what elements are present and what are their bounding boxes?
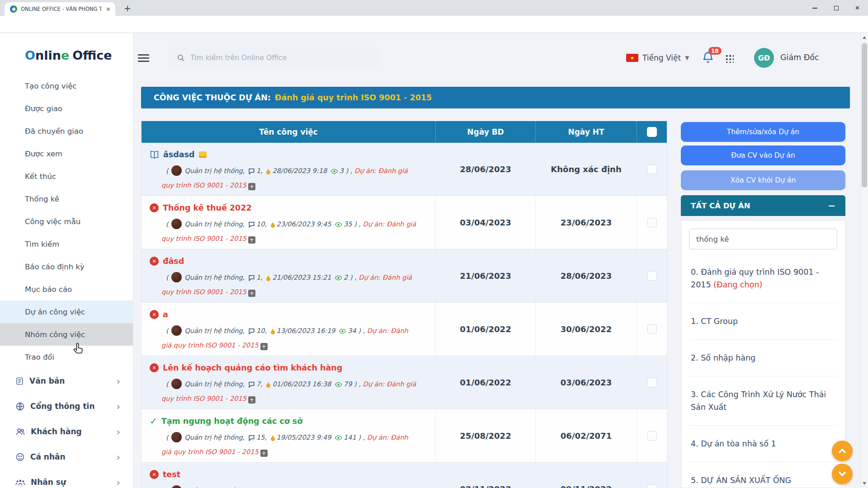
row-checkbox-cell xyxy=(637,143,667,196)
window-minimize-button[interactable] xyxy=(804,0,826,16)
notifications-button[interactable]: 18 xyxy=(702,51,717,66)
start-date: 02/11/2022 xyxy=(460,484,511,488)
all-projects-header[interactable]: TẤT CẢ DỰ ÁN − xyxy=(681,195,845,216)
project-item[interactable]: 2. Số nhập hàng xyxy=(689,340,837,376)
scrollbar-thumb[interactable] xyxy=(862,43,867,188)
tab-close-icon[interactable]: ✕ xyxy=(105,6,112,13)
sidebar-item[interactable]: Trao đổi xyxy=(0,346,133,368)
row-checkbox[interactable] xyxy=(647,271,657,281)
scroll-down-button[interactable] xyxy=(832,464,853,484)
expand-icon[interactable]: + xyxy=(248,396,255,404)
sidebar-item[interactable]: Tạo công việc xyxy=(0,75,133,97)
expand-icon[interactable]: + xyxy=(260,343,268,350)
header-task-name: Tên công việc xyxy=(142,121,435,143)
expand-icon[interactable]: + xyxy=(248,236,255,244)
start-date: 01/06/2022 xyxy=(460,324,511,334)
task-name[interactable]: test xyxy=(163,470,180,479)
page-scrollbar[interactable] xyxy=(860,33,868,488)
task-name[interactable]: Lên kế hoạch quảng cáo tìm khách hàng xyxy=(163,363,342,372)
sidebar-item[interactable]: Công việc mẫu xyxy=(0,210,133,233)
sidebar-section-globe[interactable]: Cổng thông tin› xyxy=(0,394,133,419)
start-date-cell: 21/06/2023 xyxy=(435,249,535,302)
all-projects-title: TẤT CẢ DỰ ÁN xyxy=(691,202,750,210)
add-edit-delete-project-button[interactable]: Thêm/sửa/xóa Dự án xyxy=(681,122,845,142)
row-checkbox[interactable] xyxy=(647,431,657,441)
select-all-checkbox[interactable] xyxy=(647,127,657,137)
table-row[interactable]: ✕đâsd( Quản trị hệ thống, 1, 21/06/2023 … xyxy=(142,249,667,303)
window-maximize-button[interactable] xyxy=(826,0,847,16)
task-name[interactable]: âsdasd xyxy=(163,150,195,159)
project-item[interactable]: 0. Đánh giá quy trình ISO 9001 - 2015 (Đ… xyxy=(689,258,837,303)
window-controls: ✕ xyxy=(804,0,868,16)
sidebar-item[interactable]: Mục báo cáo xyxy=(0,278,133,300)
user-avatar[interactable]: GĐ xyxy=(754,48,774,68)
activity-time: 21/06/2023 15:21 xyxy=(272,274,331,281)
view-count: 141 xyxy=(344,434,356,441)
start-date-cell: 28/06/2023 xyxy=(435,143,535,196)
sidebar-item[interactable]: Báo cáo định kỳ xyxy=(0,255,133,278)
language-selector[interactable]: ★ Tiếng Việt ▼ xyxy=(626,51,689,65)
sidebar-item[interactable]: Dự án công việc xyxy=(0,300,133,323)
chevron-down-icon: ▼ xyxy=(685,55,689,61)
scroll-up-button[interactable] xyxy=(832,441,853,461)
sidebar-item[interactable]: Đã chuyển giao xyxy=(0,120,133,142)
end-date: 09/11/2022 xyxy=(561,484,612,488)
new-tab-button[interactable]: + xyxy=(122,3,133,13)
globe-icon xyxy=(15,402,25,411)
sidebar-item[interactable]: Kết thúc xyxy=(0,165,133,188)
task-name[interactable]: a xyxy=(163,310,168,319)
row-checkbox[interactable] xyxy=(647,218,657,227)
people-icon xyxy=(15,427,25,436)
task-cancelled-icon: ✕ xyxy=(150,470,159,479)
end-date: 03/06/2023 xyxy=(561,378,612,387)
table-row[interactable]: ✕Lên kế hoạch quảng cáo tìm khách hàng( … xyxy=(142,356,667,409)
task-name[interactable]: đâsd xyxy=(163,257,184,266)
sidebar-item[interactable]: Nhóm công việc xyxy=(0,323,133,346)
project-item[interactable]: 1. CT Group xyxy=(689,303,837,340)
scrollbar-up-arrow[interactable] xyxy=(863,36,866,39)
banner-project-name: Đánh giá quy trình ISO 9001 - 2015 xyxy=(275,93,432,102)
remove-task-from-project-button[interactable]: Xóa CV khỏi Dự án xyxy=(681,170,845,190)
browser-tab[interactable]: ONLINE OFFICE - VĂN PHÒNG T ✕ xyxy=(5,2,115,16)
row-checkbox[interactable] xyxy=(647,324,657,334)
table-row[interactable]: ✕Thống kê thuế 2022( Quản trị hệ thống, … xyxy=(142,196,667,249)
sidebar-section-person[interactable]: Cá nhân› xyxy=(0,444,133,469)
sidebar-item[interactable]: Được xem xyxy=(0,142,133,165)
sidebar-section-people[interactable]: Khách hàng› xyxy=(0,419,133,444)
row-checkbox[interactable] xyxy=(647,378,657,387)
user-name[interactable]: Giám Đốc xyxy=(780,53,819,62)
menu-hamburger-icon[interactable] xyxy=(138,54,149,64)
app-logo[interactable]: OnlineOffice xyxy=(0,33,133,75)
start-date: 25/08/2022 xyxy=(460,431,511,441)
window-close-button[interactable]: ✕ xyxy=(847,0,868,16)
table-row[interactable]: ✕test( Quản trị hệ thống, 1, 02/11/2023 … xyxy=(142,463,667,488)
table-row[interactable]: ✕a( Quản trị hệ thống, 10, 13/06/2023 16… xyxy=(142,303,667,356)
task-name[interactable]: Tạm ngưng hoạt động các cơ sở xyxy=(161,417,303,426)
scrollbar-down-arrow[interactable] xyxy=(863,482,866,485)
project-item[interactable]: 5. DỰ ÁN SẢN XUẤT ỐNG xyxy=(689,462,837,488)
apps-grid-icon[interactable] xyxy=(725,54,734,63)
project-search-input[interactable] xyxy=(689,229,837,249)
sidebar-item[interactable]: Được giao xyxy=(0,97,133,120)
expand-icon[interactable]: + xyxy=(260,450,268,457)
global-search-input[interactable] xyxy=(190,54,362,62)
views-icon xyxy=(339,328,346,334)
task-name[interactable]: Thống kê thuế 2022 xyxy=(163,203,252,212)
project-item[interactable]: 3. Các Công Trình Xử Lý Nước Thải Sản Xu… xyxy=(689,376,837,426)
header-start-date: Ngày BD xyxy=(435,121,535,143)
row-checkbox[interactable] xyxy=(647,164,657,174)
row-checkbox[interactable] xyxy=(647,484,657,488)
sidebar-item[interactable]: Tìm kiếm xyxy=(0,233,133,255)
table-row[interactable]: ✓Tạm ngưng hoạt động các cơ sở( Quản trị… xyxy=(142,409,667,463)
expand-icon[interactable]: + xyxy=(248,183,255,190)
sidebar-section-team[interactable]: Nhân sự› xyxy=(0,469,133,488)
global-search[interactable] xyxy=(169,47,379,69)
task-cancelled-icon: ✕ xyxy=(150,310,159,319)
project-item[interactable]: 4. Dự án tòa nhà số 1 xyxy=(689,426,837,462)
add-task-to-project-button[interactable]: Đưa CV vào Dự án xyxy=(681,145,845,165)
collapse-icon[interactable]: − xyxy=(828,200,835,211)
table-row[interactable]: âsdasd( Quản trị hệ thống, 1, 28/06/2023… xyxy=(142,143,667,196)
sidebar-section-doc[interactable]: Văn bản› xyxy=(0,368,133,394)
sidebar-item[interactable]: Thống kê xyxy=(0,188,133,210)
expand-icon[interactable]: + xyxy=(248,290,255,297)
